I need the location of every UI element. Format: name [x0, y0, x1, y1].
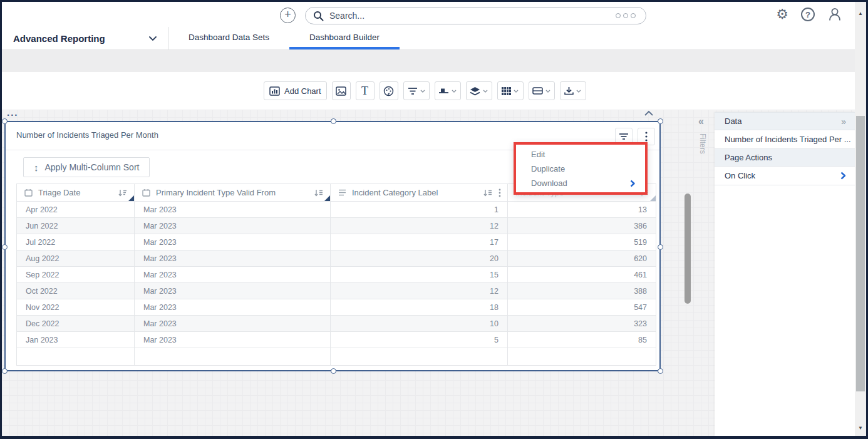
sort-icon — [483, 189, 493, 197]
search-box[interactable] — [305, 7, 646, 24]
chevron-down-icon — [545, 90, 550, 93]
scroll-up-icon[interactable]: ▲ — [855, 11, 866, 16]
canvas-scrollbar-thumb[interactable] — [685, 194, 691, 304]
download-icon — [564, 86, 574, 95]
table-row-empty — [17, 348, 656, 366]
table-row[interactable]: Jun 2022Mar 202312386 — [17, 218, 656, 234]
top-bar: + ⚙ ? — [2, 2, 855, 27]
sidebar-section-data[interactable]: Data » — [715, 113, 855, 130]
column-resize-corner[interactable] — [650, 195, 656, 201]
table-row[interactable]: Jan 2023Mar 2023585 — [17, 332, 656, 348]
calendar-icon — [142, 189, 150, 197]
chevron-down-icon — [483, 90, 488, 93]
page-scrollbar-thumb[interactable] — [856, 116, 865, 391]
theme-palette-button[interactable] — [380, 81, 398, 100]
table-row[interactable]: Nov 2022Mar 202318547 — [17, 299, 656, 316]
tab-dashboard-builder[interactable]: Dashboard Builder — [289, 27, 400, 49]
widget-drag-handle-icon[interactable]: ... — [7, 110, 19, 116]
text-icon: T — [361, 86, 368, 96]
widget-title: Number of Incidents Triaged Per Month — [16, 130, 158, 140]
app-window: + ⚙ ? Advanced Reporting Dashboard Data … — [0, 0, 868, 439]
kebab-icon[interactable] — [499, 189, 501, 197]
image-icon — [336, 86, 346, 96]
header-spacer — [2, 50, 855, 72]
scroll-down-icon[interactable]: ▼ — [855, 425, 866, 431]
tab-dashboard-data-sets[interactable]: Dashboard Data Sets — [168, 27, 289, 49]
layout-menu-button[interactable] — [529, 81, 555, 100]
app-menu-dropdown[interactable]: Advanced Reporting — [2, 27, 168, 49]
filter-lines-icon — [408, 87, 418, 95]
search-options-icon[interactable] — [616, 13, 636, 18]
resize-handle-top-right[interactable] — [658, 118, 663, 124]
sort-icon — [314, 189, 324, 197]
submenu-chevron-icon — [630, 180, 635, 187]
sidebar-section-page-actions[interactable]: Page Actions — [715, 149, 855, 167]
calendar-icon — [24, 189, 33, 197]
table-row[interactable]: Sep 2022Mar 202315461 — [17, 267, 656, 283]
table-row[interactable]: Aug 2022Mar 202320620 — [17, 250, 656, 267]
add-icon[interactable]: + — [280, 8, 296, 23]
search-input[interactable] — [329, 11, 616, 21]
properties-sidebar: Data » Number of Incidents Triaged Per .… — [715, 112, 855, 436]
resize-handle-mid-right[interactable] — [658, 244, 663, 250]
search-icon — [313, 11, 324, 21]
table-row[interactable]: Jul 2022Mar 202317519 — [17, 234, 656, 250]
grid-icon — [502, 87, 511, 95]
menu-item-edit[interactable]: Edit — [516, 147, 645, 162]
column-resize-corner[interactable] — [324, 195, 330, 201]
resize-handle-top-left[interactable] — [2, 118, 8, 124]
help-icon[interactable]: ? — [801, 8, 815, 21]
page-scrollbar[interactable]: ▲ ▼ — [855, 2, 866, 436]
app-menu-label: Advanced Reporting — [13, 33, 105, 44]
chevron-down-icon — [576, 90, 581, 93]
layers-icon — [470, 86, 480, 96]
text-lines-icon — [338, 189, 346, 196]
resize-handle-bottom-center[interactable] — [331, 368, 336, 374]
data-table: Triage Date Primary Incident Type Valid … — [16, 183, 656, 366]
add-chart-button[interactable]: Add Chart — [264, 81, 327, 100]
resize-handle-mid-left[interactable] — [2, 244, 8, 250]
chevron-down-icon — [452, 90, 457, 93]
add-image-button[interactable] — [332, 81, 351, 100]
column-header-primary-incident-type-valid-from[interactable]: Primary Incident Type Valid From — [135, 184, 331, 202]
chevron-down-icon — [514, 90, 519, 93]
filters-tab[interactable]: Filters — [695, 133, 707, 154]
widget-context-menu: Edit Duplicate Download — [514, 142, 648, 195]
collapse-section-icon[interactable]: » — [841, 116, 846, 127]
table-row[interactable]: Apr 2022Mar 2023113 — [17, 202, 656, 218]
column-header-triage-date[interactable]: Triage Date — [17, 184, 135, 202]
align-menu-button[interactable] — [435, 81, 461, 100]
table-row[interactable]: Oct 2022Mar 202312388 — [17, 283, 656, 299]
column-resize-corner[interactable] — [128, 195, 134, 201]
expand-panel-icon[interactable]: « — [695, 116, 711, 127]
collapse-toolbar-icon[interactable] — [644, 111, 653, 116]
menu-item-duplicate[interactable]: Duplicate — [516, 162, 645, 176]
resize-handle-bottom-right[interactable] — [658, 368, 663, 374]
layout-icon — [532, 87, 543, 95]
chevron-down-icon — [420, 90, 425, 93]
filter-menu-button[interactable] — [403, 81, 430, 100]
slider-icon — [438, 87, 449, 95]
add-chart-label: Add Chart — [284, 86, 321, 96]
sort-icon — [118, 189, 128, 197]
resize-handle-top-center[interactable] — [331, 118, 336, 124]
column-header-incident-category-label[interactable]: Incident Category Label — [331, 184, 508, 202]
sidebar-item-dataset[interactable]: Number of Incidents Triaged Per ... — [715, 130, 855, 149]
layers-menu-button[interactable] — [466, 81, 492, 100]
builder-toolbar: Add Chart T — [2, 72, 855, 110]
tab-bar: Advanced Reporting Dashboard Data Sets D… — [2, 27, 855, 50]
grid-menu-button[interactable] — [497, 81, 524, 100]
add-text-button[interactable]: T — [356, 81, 375, 100]
download-menu-button[interactable] — [560, 81, 586, 100]
sidebar-item-on-click[interactable]: On Click — [715, 167, 855, 185]
table-row[interactable]: Dec 2022Mar 202310323 — [17, 316, 656, 332]
resize-handle-bottom-left[interactable] — [2, 368, 8, 374]
menu-item-download[interactable]: Download — [516, 176, 645, 190]
filter-lines-icon — [619, 133, 629, 140]
chevron-down-icon — [149, 36, 157, 41]
apply-multi-column-sort-button[interactable]: ↕ Apply Multi-Column Sort — [23, 157, 150, 177]
up-down-arrows-icon: ↕ — [34, 162, 39, 173]
user-icon[interactable] — [827, 7, 842, 22]
palette-icon — [383, 86, 394, 96]
gear-icon[interactable]: ⚙ — [776, 7, 788, 22]
